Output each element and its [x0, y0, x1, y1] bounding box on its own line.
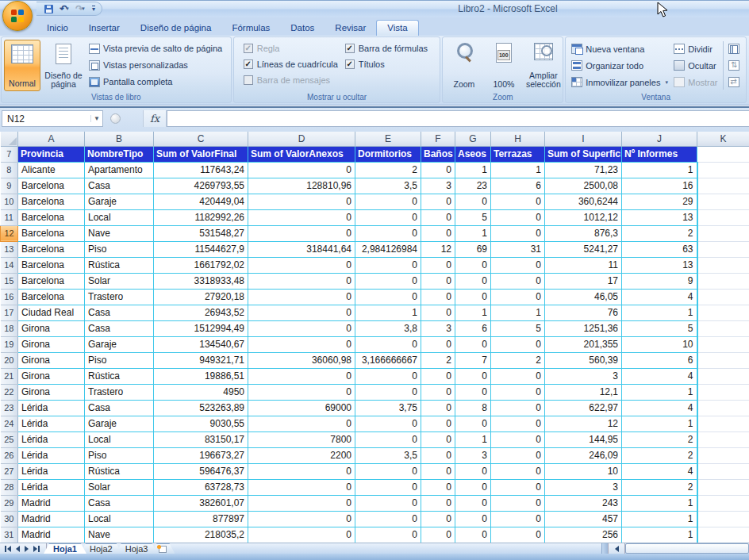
cell[interactable]: Trastero [85, 384, 154, 400]
cell[interactable]: 0 [491, 432, 545, 447]
name-box[interactable]: N12 ▼ [2, 110, 103, 127]
cell[interactable]: 0 [248, 162, 355, 178]
vista-previa-de-salto-de-pagina-button[interactable]: Vista previa de salto de página [86, 40, 225, 56]
ribbon-tab-insertar[interactable]: Insertar [79, 21, 130, 36]
cell[interactable]: 0 [248, 305, 355, 320]
cell[interactable]: 13 [622, 257, 697, 273]
cell[interactable]: 0 [421, 463, 455, 479]
cell[interactable]: 0 [455, 257, 491, 273]
cell[interactable] [697, 289, 749, 305]
ribbon-tab-vista[interactable]: Vista [376, 20, 418, 36]
cell[interactable]: Casa [85, 495, 154, 511]
horizontal-scrollbar-thumb[interactable] [625, 543, 749, 554]
cell[interactable]: 63 [622, 241, 697, 257]
cell[interactable]: Nº Informes [622, 146, 697, 162]
cell[interactable]: 23 [455, 178, 491, 194]
cell[interactable]: 4 [622, 400, 697, 416]
cell[interactable]: 13 [622, 209, 697, 225]
cell[interactable]: 596476,37 [154, 463, 248, 479]
cell[interactable]: 2200 [248, 447, 355, 463]
cell[interactable]: 2 [622, 447, 697, 463]
cell[interactable]: 12,1 [545, 384, 622, 400]
cell[interactable]: 0 [248, 416, 355, 432]
office-button[interactable] [2, 1, 33, 31]
cell[interactable]: 560,39 [545, 352, 622, 368]
cell[interactable]: 5 [455, 209, 491, 225]
cell[interactable] [697, 225, 749, 241]
cell[interactable] [697, 162, 749, 178]
cell[interactable]: 0 [491, 257, 545, 273]
cell[interactable]: 0 [248, 289, 355, 305]
cell[interactable]: 0 [248, 463, 355, 479]
cell[interactable]: Girona [18, 352, 85, 368]
cell[interactable]: 3 [545, 368, 622, 384]
cell[interactable]: 46,05 [545, 289, 622, 305]
row-header[interactable]: 27 [1, 463, 18, 479]
cell[interactable]: 1 [455, 305, 491, 320]
cell[interactable]: 0 [455, 463, 491, 479]
cell[interactable] [697, 400, 749, 416]
column-header-C[interactable]: C [154, 132, 248, 146]
reset-window-position-button[interactable] [725, 74, 743, 90]
cell[interactable]: 0 [455, 511, 491, 527]
cell[interactable]: 1 [622, 416, 697, 432]
cell[interactable]: 0 [355, 432, 421, 447]
cell[interactable]: Sum of ValorAnexos [248, 146, 355, 162]
cell[interactable]: Ciudad Real [18, 305, 85, 320]
cell[interactable]: 36060,98 [248, 352, 355, 368]
formula-bar-handle[interactable] [110, 113, 121, 124]
cell[interactable]: 0 [491, 273, 545, 289]
cell[interactable]: 0 [421, 162, 455, 178]
cell[interactable]: 2500,08 [545, 178, 622, 194]
column-header-I[interactable]: I [545, 132, 622, 146]
cell[interactable]: 382601,07 [154, 495, 248, 511]
cell[interactable]: 0 [491, 511, 545, 527]
cell[interactable]: 11544627,9 [154, 241, 248, 257]
cell[interactable]: 218035,2 [154, 527, 248, 543]
cell[interactable]: 457 [545, 511, 622, 527]
formula-input[interactable] [167, 110, 749, 127]
cell[interactable] [697, 479, 749, 495]
cell[interactable]: 0 [248, 336, 355, 352]
cell[interactable]: Dormitorios [355, 146, 421, 162]
cell[interactable]: 10 [622, 336, 697, 352]
cell[interactable]: 2 [622, 225, 697, 241]
cell[interactable]: 117643,24 [154, 162, 248, 178]
column-header-E[interactable]: E [355, 132, 421, 146]
cell[interactable]: 0 [248, 368, 355, 384]
cell[interactable]: Madrid [18, 495, 85, 511]
ampliar-seleccion-button[interactable]: Ampliar selección [524, 40, 562, 91]
row-header[interactable]: 29 [1, 495, 18, 511]
cell[interactable]: 12 [421, 241, 455, 257]
cell[interactable]: 0 [248, 527, 355, 543]
cell[interactable]: 1 [455, 225, 491, 241]
regla-checkbox[interactable]: ✓ [244, 44, 253, 53]
cell[interactable]: 0 [421, 225, 455, 241]
cell[interactable] [697, 416, 749, 432]
cell[interactable]: 31 [491, 241, 545, 257]
cell[interactable]: Madrid [18, 511, 85, 527]
sheet-tab-hoja2[interactable]: Hoja2 [80, 543, 122, 554]
cell[interactable]: 26943,52 [154, 305, 248, 320]
cell[interactable]: 0 [491, 225, 545, 241]
previous-sheet-button[interactable] [16, 546, 20, 552]
cell[interactable]: 0 [355, 463, 421, 479]
row-header[interactable]: 22 [1, 384, 18, 400]
cell[interactable]: 3,166666667 [355, 352, 421, 368]
cell[interactable]: 0 [248, 479, 355, 495]
ribbon-tab-inicio[interactable]: Inicio [36, 21, 79, 36]
cell[interactable]: Local [85, 432, 154, 447]
cell[interactable]: 876,3 [545, 225, 622, 241]
cell[interactable]: Lérida [18, 479, 85, 495]
inmovilizar-paneles-button[interactable]: Inmovilizar paneles▾ [568, 74, 671, 90]
cell[interactable]: 3,8 [355, 320, 421, 336]
cell[interactable]: 0 [421, 495, 455, 511]
row-header[interactable]: 23 [1, 400, 18, 416]
cell[interactable]: 1 [622, 511, 697, 527]
cell[interactable]: 134540,67 [154, 336, 248, 352]
cell[interactable]: Barcelona [18, 194, 85, 209]
cell[interactable]: 0 [421, 400, 455, 416]
cell[interactable]: 0 [491, 416, 545, 432]
column-header-K[interactable]: K [697, 132, 749, 146]
cell[interactable]: Rústica [85, 463, 154, 479]
